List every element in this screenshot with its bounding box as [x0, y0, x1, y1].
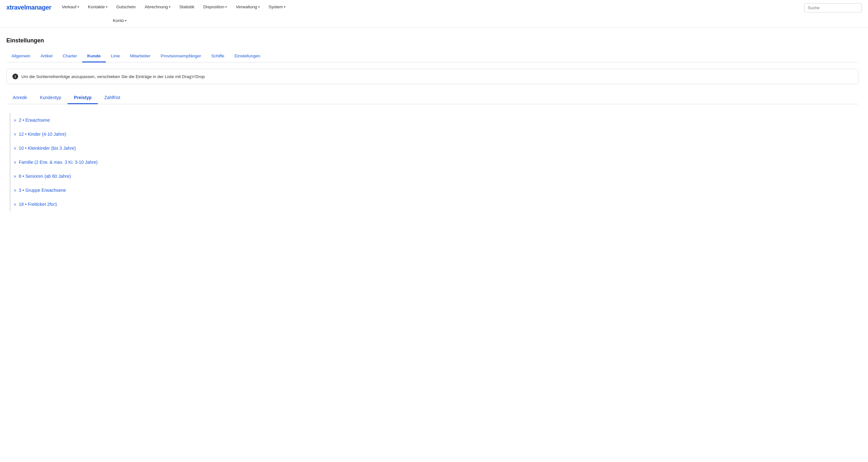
- list-item-label: 3 • Gruppe Erwachsene: [19, 188, 66, 193]
- list-item-label: 8 • Senioren (ab 60 Jahre): [19, 174, 71, 179]
- main-tab-artikel[interactable]: Artikel: [35, 50, 58, 62]
- search-container: [804, 3, 862, 12]
- main-tab-linie[interactable]: Linie: [106, 50, 125, 62]
- nav-item-disposition[interactable]: Disposition▾: [199, 0, 231, 14]
- nav-item-kontakte[interactable]: Kontakte▾: [84, 0, 112, 14]
- sub-tab-zahlfrist[interactable]: Zahlfrist: [98, 92, 126, 104]
- chevron-down-icon: ▾: [169, 5, 170, 9]
- sub-tab-anrede[interactable]: Anrede: [6, 92, 33, 104]
- nav-item-gutschein[interactable]: Gutschein: [112, 0, 140, 14]
- main-tab-charter[interactable]: Charter: [58, 50, 82, 62]
- nav-item-statistik[interactable]: Statistik: [175, 0, 199, 14]
- info-icon: i: [12, 73, 18, 79]
- nav-item-verwaltung[interactable]: Verwaltung▾: [231, 0, 264, 14]
- chevron-down-icon: ▾: [125, 19, 126, 22]
- chevron-down-icon: ▾: [106, 5, 107, 9]
- chevron-down-icon: ▾: [284, 5, 285, 9]
- list-item-label: 10 • Kleinkinder (bis 3 Jahre): [19, 146, 76, 151]
- chevron-down-icon: ▾: [258, 5, 260, 9]
- secondary-nav-row: Konto▾: [57, 14, 862, 27]
- chevron-down-icon: ∨: [14, 118, 16, 122]
- main-tab-allgemein[interactable]: Allgemein: [6, 50, 35, 62]
- info-box: i Um die Sortierreihenfolge anzupassen, …: [6, 69, 859, 84]
- list-item[interactable]: ∨12 • Kinder (4-10 Jahre): [9, 127, 859, 141]
- main-tab-mitarbeiter[interactable]: Mitarbeiter: [125, 50, 155, 62]
- sub-tab-preistyp[interactable]: Preistyp: [67, 92, 98, 104]
- price-list: ∨2 • Erwachsene∨12 • Kinder (4-10 Jahre)…: [6, 113, 859, 211]
- page-content: Einstellungen AllgemeinArtikelCharterKun…: [0, 28, 868, 221]
- main-tab-einstellungen[interactable]: Einstellungen: [229, 50, 266, 62]
- logo[interactable]: xtravelmanager: [6, 0, 57, 15]
- list-item[interactable]: ∨Familie (2 Erw. & max. 3 Ki. 3-10 Jahre…: [9, 155, 859, 169]
- info-message: Um die Sortierreihenfolge anzupassen, ve…: [21, 74, 205, 79]
- list-item-label: 18 • Freiticket 2for1: [19, 202, 57, 207]
- main-tabs: AllgemeinArtikelCharterKundeLinieMitarbe…: [6, 50, 859, 62]
- top-nav: xtravelmanager Verkauf▾Kontakte▾Gutschei…: [0, 0, 868, 28]
- nav-item-verkauf[interactable]: Verkauf▾: [57, 0, 84, 14]
- chevron-down-icon: ∨: [14, 160, 16, 164]
- list-item[interactable]: ∨8 • Senioren (ab 60 Jahre): [9, 169, 859, 183]
- primary-nav-row: Verkauf▾Kontakte▾GutscheinAbrechnung▾Sta…: [57, 0, 862, 14]
- sub-tab-kundentyp[interactable]: Kundentyp: [33, 92, 67, 104]
- nav-links: Verkauf▾Kontakte▾GutscheinAbrechnung▾Sta…: [57, 0, 862, 27]
- sub-tabs: AnredeKundentypPreistypZahlfrist: [6, 92, 859, 104]
- chevron-down-icon: ∨: [14, 132, 16, 136]
- list-item-label: 2 • Erwachsene: [19, 118, 50, 123]
- logo-text: xtravelmanager: [6, 4, 51, 11]
- main-tab-provisionsempfaenger[interactable]: Provisionsempfänger: [155, 50, 206, 62]
- list-item[interactable]: ∨18 • Freiticket 2for1: [9, 197, 859, 211]
- list-item[interactable]: ∨2 • Erwachsene: [9, 113, 859, 127]
- chevron-down-icon: ∨: [14, 188, 16, 192]
- search-input[interactable]: [804, 3, 862, 12]
- list-item[interactable]: ∨10 • Kleinkinder (bis 3 Jahre): [9, 141, 859, 155]
- chevron-down-icon: ▾: [225, 5, 227, 9]
- page-title: Einstellungen: [6, 37, 859, 44]
- chevron-down-icon: ∨: [14, 174, 16, 178]
- nav-item-abrechnung[interactable]: Abrechnung▾: [140, 0, 175, 14]
- main-tab-schiffe[interactable]: Schiffe: [206, 50, 229, 62]
- chevron-down-icon: ∨: [14, 202, 16, 207]
- list-item-label: Familie (2 Erw. & max. 3 Ki. 3-10 Jahre): [19, 160, 97, 165]
- main-tab-kunde[interactable]: Kunde: [82, 50, 106, 62]
- list-item[interactable]: ∨3 • Gruppe Erwachsene: [9, 183, 859, 197]
- chevron-down-icon: ▾: [78, 5, 79, 9]
- chevron-down-icon: ∨: [14, 146, 16, 150]
- list-item-label: 12 • Kinder (4-10 Jahre): [19, 131, 66, 137]
- nav-item-konto[interactable]: Konto▾: [108, 14, 131, 27]
- nav-item-system[interactable]: System▾: [264, 0, 290, 14]
